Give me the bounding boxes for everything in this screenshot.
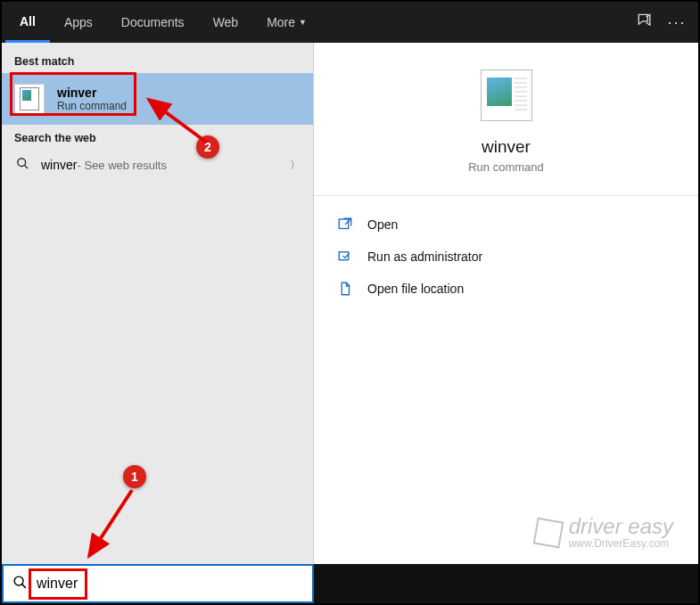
detail-title: winver <box>482 137 531 157</box>
detail-subtitle: Run command <box>468 160 544 174</box>
winver-large-icon <box>481 69 532 121</box>
action-open-label: Open <box>367 217 398 232</box>
tab-apps[interactable]: Apps <box>50 2 107 43</box>
tab-more-label: More <box>267 15 295 29</box>
svg-line-1 <box>24 165 28 168</box>
search-box[interactable] <box>2 564 314 603</box>
taskbar-remainder <box>314 564 698 603</box>
annotation-callout-2: 2 <box>196 135 219 159</box>
watermark-line1: driver easy <box>569 516 673 537</box>
web-result-term: winver <box>41 158 77 172</box>
action-run-admin-label: Run as administrator <box>367 249 482 264</box>
admin-icon <box>337 249 353 265</box>
tab-documents[interactable]: Documents <box>107 2 199 43</box>
best-match-result[interactable]: winver Run command <box>2 73 313 125</box>
tab-web[interactable]: Web <box>199 2 253 43</box>
tab-more[interactable]: More ▼ <box>252 2 321 43</box>
search-results-panel: Best match winver Run command Search the… <box>2 43 314 564</box>
action-open[interactable]: Open <box>337 208 675 241</box>
search-filter-tabs: All Apps Documents Web More ▼ ··· <box>2 2 698 43</box>
web-result-row[interactable]: winver - See web results 〉 <box>2 150 313 180</box>
tab-all[interactable]: All <box>5 2 50 43</box>
action-run-admin[interactable]: Run as administrator <box>337 241 675 273</box>
annotation-callout-1: 1 <box>123 465 146 488</box>
feedback-icon[interactable] <box>629 12 661 34</box>
chevron-right-icon: 〉 <box>290 158 301 173</box>
svg-line-5 <box>22 584 26 587</box>
watermark-line2: www.DriverEasy.com <box>569 537 673 550</box>
svg-rect-2 <box>339 219 349 229</box>
taskbar <box>2 564 698 603</box>
best-match-header: Best match <box>2 48 313 73</box>
best-match-subtitle: Run command <box>57 100 127 112</box>
svg-point-4 <box>14 576 23 585</box>
search-web-header: Search the web <box>2 125 313 150</box>
search-icon <box>12 575 28 593</box>
action-open-location-label: Open file location <box>367 282 464 296</box>
more-options-icon[interactable]: ··· <box>661 13 693 32</box>
watermark: driver easy www.DriverEasy.com <box>535 516 673 550</box>
search-input[interactable] <box>37 576 303 592</box>
chevron-down-icon: ▼ <box>299 18 307 27</box>
watermark-logo-icon <box>532 518 564 549</box>
action-open-location[interactable]: Open file location <box>337 273 675 305</box>
winver-app-icon <box>14 84 45 114</box>
open-icon <box>337 217 353 233</box>
svg-point-0 <box>17 159 25 167</box>
best-match-title: winver <box>57 86 127 100</box>
result-detail-panel: winver Run command Open Run as administr… <box>314 43 698 564</box>
web-result-suffix: - See web results <box>77 159 166 172</box>
file-location-icon <box>337 281 353 297</box>
search-icon <box>14 157 30 173</box>
